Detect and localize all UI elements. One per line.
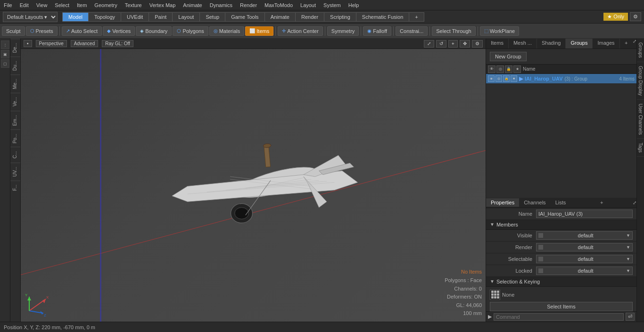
group-render-icon[interactable]: ◎ [495,75,502,82]
menu-dynamics[interactable]: Dynamics [206,1,236,9]
props-tab-properties[interactable]: Properties [486,198,519,207]
left-tab-c[interactable]: C... [10,147,20,162]
sculpt-button[interactable]: Sculpt [2,26,25,36]
materials-label: Materials [219,28,240,34]
viewport-mode-btn[interactable]: • [24,40,32,47]
action-center-button[interactable]: ✛ Action Center [278,26,323,36]
left-tab-f[interactable]: F... [10,180,20,194]
menu-system[interactable]: System [320,1,345,9]
left-tab-de[interactable]: De... [10,39,20,57]
sidebar-icon-2[interactable]: ▣ [1,50,9,58]
rpanel-tab-items[interactable]: Items [486,39,509,49]
tab-setup[interactable]: Setup [199,12,225,22]
visible-select[interactable]: default ▼ [536,231,633,240]
select-through-button[interactable]: Select Through [432,26,475,36]
tab-model[interactable]: Model [62,12,88,22]
vertices-button[interactable]: ◆ Vertices [103,26,135,36]
left-tab-ve[interactable]: Ve... [10,93,20,110]
tab-add[interactable]: + [409,12,424,22]
materials-button[interactable]: ◎ Materials [209,26,245,36]
menu-layout[interactable]: Layout [297,1,320,9]
render-select-value: default [578,244,594,250]
new-group-button[interactable]: New Group [490,52,527,61]
rpanel-tab-groups[interactable]: Groups [566,39,593,49]
tab-uvedit[interactable]: UVEdit [121,12,149,22]
left-tab-em[interactable]: Em... [10,111,20,130]
falloff-button[interactable]: ◉ Falloff [363,26,391,36]
rside-tab-userchannels[interactable]: User Channels [637,100,644,139]
viewport-icons[interactable]: ⤢ [424,40,434,48]
left-tab-po[interactable]: Po... [10,130,20,147]
props-tab-channels[interactable]: Channels [519,198,550,207]
boundary-button[interactable]: ◈ Boundary [136,26,172,36]
rpanel-tab-mesh[interactable]: Mesh ... [509,39,537,49]
menu-texture[interactable]: Texture [121,1,146,9]
props-expand-icon[interactable]: ⤢ [633,200,636,205]
menu-help[interactable]: Help [345,1,363,9]
tab-render[interactable]: Render [295,12,324,22]
advanced-btn[interactable]: Advanced [71,40,98,47]
menu-render[interactable]: Render [236,1,261,9]
group-item-uav[interactable]: 👁 ◎ 🔒 ★ ▶ IAI_Harop_UAV (3) : Group 4 It… [486,74,636,84]
viewport-canvas[interactable]: X Z Y No Items Polygons : Face Channels:… [21,49,486,322]
auto-select-button[interactable]: ↗ Auto Select [62,26,102,36]
perspective-btn[interactable]: Perspective [36,40,67,47]
sidebar-icon-1[interactable]: ⋮ [1,40,9,49]
viewport-rotate[interactable]: ↺ [436,40,446,48]
presets-button[interactable]: ⬡ Presets [26,26,58,36]
rpanel-tab-images[interactable]: Images [593,39,619,49]
group-lock-icon[interactable]: 🔒 [503,75,510,82]
tab-topology[interactable]: Topology [88,12,121,22]
left-tab-du[interactable]: Du... [10,57,20,74]
layout-dropdown[interactable]: Default Layouts ▾ [3,12,58,22]
menu-vertexmap[interactable]: Vertex Map [146,1,180,9]
select-items-button[interactable]: Select Items [490,302,633,311]
menu-item[interactable]: Item [73,1,91,9]
locked-row: Locked default ▼ [486,265,636,277]
selectable-select[interactable]: default ▼ [536,255,633,263]
workplane-button[interactable]: ⬚ WorkPlane [480,26,520,36]
viewport-zoom[interactable]: ⌖ [448,40,458,48]
rpanel-tab-shading[interactable]: Shading [537,39,566,49]
tab-layout[interactable]: Layout [172,12,199,22]
left-tab-me[interactable]: Me... [10,74,20,93]
viewport-settings[interactable]: ⚙ [472,40,483,48]
menu-select[interactable]: Select [51,1,73,9]
cmd-submit-button[interactable]: ⏎ [626,313,635,321]
rside-tab-groups[interactable]: Groups [637,39,644,62]
props-tab-lists[interactable]: Lists [551,198,571,207]
constraints-button[interactable]: Constrai... [396,26,428,36]
render-select[interactable]: default ▼ [536,243,633,251]
tab-scripting[interactable]: Scripting [324,12,356,22]
polygons-button[interactable]: ⬡ Polygons [173,26,208,36]
tab-schematic[interactable]: Schematic Fusion [356,12,409,22]
tab-gametools[interactable]: Game Tools [225,12,264,22]
sel-keying-arrow-icon: ▼ [490,279,495,284]
settings-button[interactable]: ⚙ [630,12,641,21]
group-eye-icon[interactable]: 👁 [488,75,495,82]
tab-paint[interactable]: Paint [149,12,172,22]
sidebar-icon-3[interactable]: ▢ [1,59,9,68]
menu-animate[interactable]: Animate [179,1,206,9]
viewport[interactable]: • Perspective Advanced Ray GL: Off ⤢ ↺ ⌖… [21,39,486,322]
menu-view[interactable]: View [33,1,51,9]
rpanel-tab-add[interactable]: + [622,39,630,49]
symmetry-button[interactable]: Symmetry [327,26,359,36]
command-input[interactable] [494,313,624,321]
items-button[interactable]: ⬜ Items [245,26,273,36]
name-input[interactable] [536,210,633,218]
locked-select[interactable]: default ▼ [536,267,633,275]
group-star-icon[interactable]: ★ [511,75,517,82]
menu-edit[interactable]: Edit [16,1,33,9]
menu-maxtomodo[interactable]: MaxToModo [261,1,297,9]
raygl-btn[interactable]: Ray GL: Off [102,40,133,47]
viewport-pan[interactable]: ✥ [460,40,470,48]
props-tab-add[interactable]: + [597,198,606,207]
rpanel-expand-icon[interactable]: ⤢ [633,39,636,49]
left-tab-uv[interactable]: UV... [10,162,20,180]
menu-file[interactable]: File [0,1,16,9]
tab-animate[interactable]: Animate [264,12,295,22]
menu-geometry[interactable]: Geometry [91,1,121,9]
rside-tab-tags[interactable]: Tags [637,139,644,157]
rside-tab-groupdisplay[interactable]: Group Display [637,62,644,100]
